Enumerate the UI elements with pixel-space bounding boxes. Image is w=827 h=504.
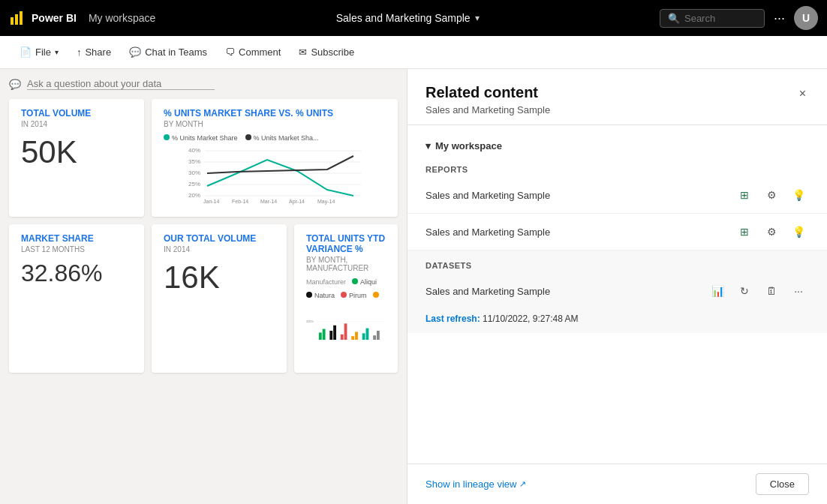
lineage-link[interactable]: Show in lineage view ↗ <box>426 478 526 490</box>
avatar[interactable]: U <box>794 6 818 30</box>
qa-bar: 💬 <box>9 78 398 90</box>
tile-our-total-volume-value: 16K <box>164 260 275 296</box>
analyze-icon[interactable]: 📊 <box>707 280 728 302</box>
svg-text:20%: 20% <box>188 192 200 199</box>
chat-icon: 💬 <box>129 46 141 58</box>
svg-text:25%: 25% <box>188 181 200 188</box>
settings-icon-1[interactable]: ⚙ <box>761 184 782 206</box>
report-actions-2: ⊞ ⚙ 💡 <box>734 221 809 242</box>
report-title: Sales and Marketing Sample <box>336 12 471 24</box>
report-name-1: Sales and Marketing Sample <box>426 190 734 201</box>
datasets-section-label: DATASETS <box>407 250 827 273</box>
svg-rect-2 <box>20 11 23 25</box>
share-button[interactable]: ↑ Share <box>69 43 119 62</box>
chevron-down-icon[interactable]: ▾ <box>475 13 480 23</box>
subscribe-icon: ✉ <box>299 46 307 58</box>
dataset-row-1: Sales and Marketing Sample 📊 ↻ 🗓 ··· <box>407 273 827 309</box>
panel-header: Related content Sales and Marketing Samp… <box>407 69 827 125</box>
svg-text:Jan-14: Jan-14 <box>203 199 220 204</box>
tile-total-volume[interactable]: Total Volume IN 2014 50K <box>9 99 144 217</box>
panel-title: Related content <box>426 84 550 101</box>
svg-rect-0 <box>11 17 14 25</box>
tile-ytd-chart-title: Total Units YTD Variance % <box>306 233 386 254</box>
svg-rect-28 <box>362 333 365 340</box>
chart-legend: % Units Market Share % Units Market Sha.… <box>164 134 386 142</box>
svg-rect-27 <box>355 332 358 340</box>
settings-icon-2[interactable]: ⚙ <box>761 221 782 242</box>
tile-market-share[interactable]: Market Share LAST 12 MONTHS 32.86% <box>9 224 144 373</box>
svg-text:Mar-14: Mar-14 <box>260 199 277 204</box>
workspace-toggle-label: My workspace <box>435 140 502 152</box>
refresh-info: Last refresh: 11/10/2022, 9:27:48 AM <box>407 309 827 333</box>
workspace-label[interactable]: My workspace <box>89 12 155 24</box>
svg-text:200%: 200% <box>306 320 314 323</box>
refresh-icon[interactable]: ↻ <box>734 280 755 302</box>
excel-icon-2[interactable]: ⊞ <box>734 221 755 242</box>
search-input[interactable] <box>684 13 756 24</box>
lineage-label: Show in lineage view <box>426 478 516 490</box>
tile-market-share-value: 32.86% <box>21 260 132 287</box>
close-footer-button[interactable]: Close <box>756 473 809 495</box>
svg-rect-1 <box>15 14 18 25</box>
refresh-value: 11/10/2022, 9:27:48 AM <box>483 314 578 324</box>
more-button[interactable]: ··· <box>774 10 785 26</box>
aliqui-label: Aliqui <box>360 278 377 286</box>
natura-dot <box>306 292 312 298</box>
navbar-right: 🔍 ··· U <box>660 6 818 30</box>
more-dataset-icon[interactable]: ··· <box>788 280 809 302</box>
reports-section-label: REPORTS <box>407 158 827 177</box>
insights-icon-2[interactable]: 💡 <box>788 221 809 242</box>
chevron-down-workspace-icon: ▾ <box>426 140 431 152</box>
chat-label: Chat in Teams <box>145 46 207 58</box>
tile-our-total-volume[interactable]: Our Total Volume IN 2014 16K <box>152 224 287 373</box>
panel-subtitle: Sales and Marketing Sample <box>426 104 550 116</box>
refresh-label: Last refresh: <box>426 314 480 324</box>
tile-units-chart[interactable]: % Units Market Share vs. % Units BY MONT… <box>152 99 398 217</box>
svg-text:35%: 35% <box>188 158 200 165</box>
tile-units-chart-subtitle: BY MONTH <box>164 120 386 128</box>
report-row-1: Sales and Marketing Sample ⊞ ⚙ 💡 <box>407 177 827 214</box>
legend-dot-teal <box>164 134 170 140</box>
excel-icon-1[interactable]: ⊞ <box>734 184 755 206</box>
subscribe-button[interactable]: ✉ Subscribe <box>291 43 362 62</box>
close-panel-button[interactable]: × <box>796 84 809 104</box>
search-box[interactable]: 🔍 <box>660 9 765 28</box>
powerbi-logo-icon <box>9 10 26 26</box>
share-label: Share <box>85 46 111 58</box>
manufacturer-legend: Manufacturer Aliqui Natura Pirum <box>306 278 386 299</box>
search-icon: 🔍 <box>668 13 680 24</box>
aliqui-dot <box>352 278 358 284</box>
file-button[interactable]: 📄 File ▾ <box>12 43 66 62</box>
svg-rect-31 <box>377 331 380 340</box>
panel-body: ▾ My workspace REPORTS Sales and Marketi… <box>407 125 827 464</box>
dataset-actions-1: 📊 ↻ 🗓 ··· <box>707 280 809 302</box>
panel-header-text: Related content Sales and Marketing Samp… <box>426 84 550 116</box>
svg-text:Apr-14: Apr-14 <box>289 199 305 205</box>
schedule-icon[interactable]: 🗓 <box>761 280 782 302</box>
brand-label: Power BI <box>32 12 77 24</box>
panel-footer: Show in lineage view ↗ Close <box>407 464 827 504</box>
tile-total-volume-title: Total Volume <box>21 108 132 118</box>
navbar: Power BI My workspace Sales and Marketin… <box>0 0 827 36</box>
pirum-label: Pirum <box>349 292 367 299</box>
legend-label-2: % Units Market Sha... <box>254 134 319 142</box>
file-label: File <box>35 46 51 58</box>
report-name-2: Sales and Marketing Sample <box>426 226 734 238</box>
natura-label: Natura <box>314 292 335 299</box>
insights-icon-1[interactable]: 💡 <box>788 184 809 206</box>
qa-input[interactable] <box>27 78 215 90</box>
svg-text:30%: 30% <box>188 170 200 176</box>
external-link-icon: ↗ <box>519 479 526 489</box>
comment-label: Comment <box>239 46 281 58</box>
workspace-section: ▾ My workspace <box>407 125 827 158</box>
tile-ytd-chart[interactable]: Total Units YTD Variance % BY MONTH, MAN… <box>294 224 398 373</box>
svg-text:May-14: May-14 <box>317 199 335 205</box>
chat-button[interactable]: 💬 Chat in Teams <box>122 43 215 62</box>
pirum-dot <box>341 292 347 298</box>
svg-rect-26 <box>351 336 354 340</box>
file-icon: 📄 <box>20 46 32 58</box>
svg-rect-23 <box>333 326 336 340</box>
workspace-toggle[interactable]: ▾ My workspace <box>426 134 809 158</box>
comment-button[interactable]: 🗨 Comment <box>218 43 288 62</box>
comment-icon: 🗨 <box>225 46 235 58</box>
